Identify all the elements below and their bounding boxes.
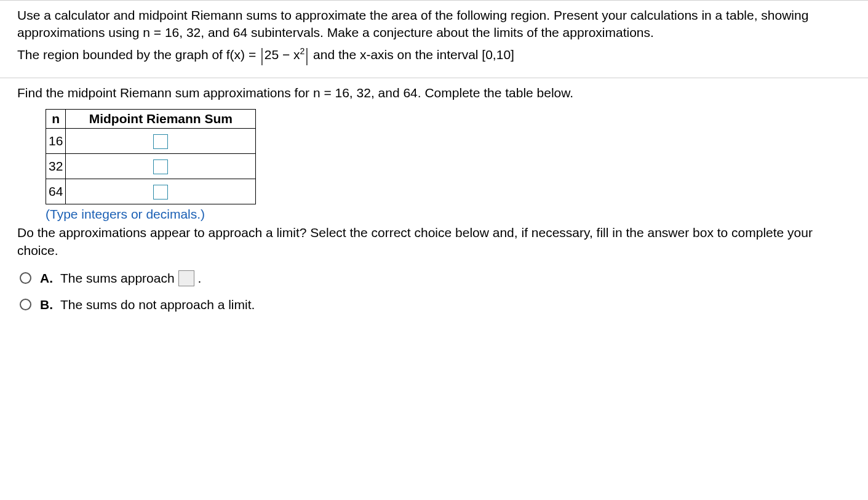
- choice-b-row: B. The sums do not approach a limit.: [20, 297, 851, 312]
- followup-prompt: Do the approximations appear to approach…: [17, 224, 851, 259]
- formula-inner: 25 − x: [265, 47, 300, 62]
- radio-b[interactable]: [20, 299, 31, 310]
- answer-input-limit[interactable]: [178, 270, 194, 286]
- choice-a-before: The sums approach: [60, 271, 175, 286]
- question-section: Find the midpoint Riemann sum approximat…: [0, 78, 868, 328]
- cell-n-32: 32: [46, 154, 66, 179]
- question-prompt: Find the midpoint Riemann sum approximat…: [17, 86, 851, 100]
- choice-b-text: The sums do not approach a limit.: [60, 297, 255, 312]
- table-row: 64: [46, 179, 256, 204]
- cell-sum-64: [66, 179, 256, 204]
- table-row: 32: [46, 154, 256, 179]
- choice-a-text: The sums approach .: [60, 270, 201, 286]
- riemann-table: n Midpoint Riemann Sum 16 32 64: [46, 109, 256, 204]
- choice-a-label: A.: [40, 271, 53, 286]
- abs-bar-right: |: [306, 43, 308, 68]
- answer-input-16[interactable]: [153, 134, 168, 149]
- cell-sum-16: [66, 129, 256, 154]
- cell-n-16: 16: [46, 129, 66, 154]
- col-header-sum: Midpoint Riemann Sum: [66, 110, 256, 129]
- col-header-n: n: [46, 110, 66, 129]
- problem-intro: Use a calculator and midpoint Riemann su…: [0, 0, 868, 78]
- radio-a[interactable]: [20, 272, 31, 284]
- choice-a-row: A. The sums approach .: [20, 270, 851, 286]
- abs-bar-left: |: [261, 43, 263, 68]
- input-hint: (Type integers or decimals.): [46, 207, 851, 222]
- formula-exponent: 2: [300, 46, 305, 56]
- formula-suffix: and the x-axis on the interval [0,10]: [309, 47, 514, 62]
- table-row: 16: [46, 129, 256, 154]
- cell-n-64: 64: [46, 179, 66, 204]
- choice-group: A. The sums approach . B. The sums do no…: [20, 270, 851, 312]
- intro-paragraph: Use a calculator and midpoint Riemann su…: [17, 7, 851, 42]
- answer-input-64[interactable]: [153, 185, 168, 200]
- answer-input-32[interactable]: [153, 159, 168, 174]
- choice-a-after: .: [198, 271, 202, 286]
- table-header-row: n Midpoint Riemann Sum: [46, 110, 256, 129]
- choice-b-label: B.: [40, 297, 53, 312]
- cell-sum-32: [66, 154, 256, 179]
- region-description: The region bounded by the graph of f(x) …: [17, 43, 851, 68]
- formula-prefix: The region bounded by the graph of f(x) …: [17, 47, 260, 62]
